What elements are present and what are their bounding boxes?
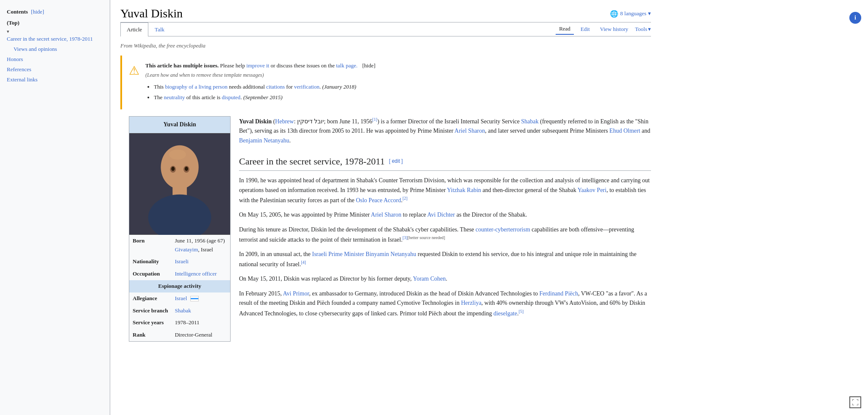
toc-link-career[interactable]: Career in the secret service, 1978-2011 <box>7 35 103 43</box>
person-name-bold: Yuval Diskin <box>239 118 272 125</box>
notice-box: ⚠ This article has multiple issues. Plea… <box>120 56 651 110</box>
yaakov-peri-link[interactable]: Yaakov Peri <box>578 187 606 193</box>
dieselgate-link[interactable]: dieselgate <box>493 310 517 316</box>
tab-view-history[interactable]: View history <box>597 24 632 34</box>
fullscreen-button[interactable] <box>849 396 861 408</box>
netanyahu-pm-link[interactable]: Israeli Prime Minister Binyamin Netanyah… <box>312 251 416 257</box>
infobox-title: Yuval Diskin <box>129 117 230 133</box>
notice-learn: (Learn how and when to remove these temp… <box>145 71 644 79</box>
ehud-olmert-link[interactable]: Ehud Olmert <box>609 128 640 134</box>
page-header: Yuval Diskin 🌐 8 languages ▾ <box>120 0 651 22</box>
oslo-peace-accord-link[interactable]: Oslo Peace Accord <box>356 197 401 203</box>
hide-button[interactable]: [hide] <box>31 8 44 15</box>
toc-link-views[interactable]: Views and opinions <box>14 45 103 53</box>
tab-tools[interactable]: Tools ▾ <box>635 26 651 33</box>
infobox-row-service-branch: Service branch Shabak <box>129 305 230 317</box>
cite-1[interactable]: [1] <box>373 117 378 122</box>
israeli-link[interactable]: Israeli <box>175 258 188 265</box>
section-edit-link[interactable]: [ edit ] <box>389 157 403 165</box>
service-branch-value: Shabak <box>171 305 230 317</box>
infobox-row-born: Born June 11, 1956 (age 67) Givatayim, I… <box>129 235 230 256</box>
israel-flag-icon <box>190 296 199 301</box>
avi-primor-link[interactable]: Avi Primor <box>283 290 309 297</box>
benjamin-netanyahu-link[interactable]: Benjamin Netanyahu <box>239 137 289 144</box>
born-value: June 11, 1956 (age 67) Givatayim, Israel <box>171 235 230 256</box>
language-selector[interactable]: 🌐 8 languages ▾ <box>610 10 651 18</box>
svg-point-7 <box>185 167 188 171</box>
infobox-section-row: Espionage activity <box>129 280 230 292</box>
hebrew-lang-link[interactable]: Hebrew <box>275 118 294 125</box>
bio-link[interactable]: biography of a living person <box>165 84 227 90</box>
fullscreen-icon <box>852 399 858 405</box>
article-body: From Wikipedia, the free encyclopedia ⚠ … <box>120 42 651 342</box>
ariel-sharon-link-2005[interactable]: Ariel Sharon <box>371 212 401 218</box>
born-label: Born <box>129 235 171 256</box>
yoram-cohen-link[interactable]: Yoram Cohen <box>413 276 446 282</box>
improve-link[interactable]: improve it <box>246 62 269 69</box>
warning-icon: ⚠ <box>129 61 139 81</box>
tools-label: Tools <box>635 26 647 33</box>
cite-4[interactable]: [4] <box>301 260 306 265</box>
shabak-link[interactable]: Shabak <box>175 307 191 314</box>
tab-talk[interactable]: Talk <box>148 22 171 36</box>
allegiance-label: Allegiance <box>129 292 171 305</box>
rank-value: Director-General <box>171 329 230 341</box>
service-branch-label: Service branch <box>129 305 171 317</box>
infobox-row-nationality: Nationality Israeli <box>129 256 230 268</box>
avi-dichter-link[interactable]: Avi Dichter <box>427 212 455 218</box>
toc-link-references[interactable]: References <box>7 65 103 74</box>
paragraph-2005: On May 15, 2005, he was appointed by Pri… <box>239 210 651 220</box>
collapse-arrow-icon[interactable]: ▾ <box>7 29 9 34</box>
toc-top-label: (Top) <box>7 19 19 26</box>
born-date: June 11, 1956 (age 67) <box>175 237 225 244</box>
infobox-row-allegiance: Allegiance Israel <box>129 292 230 305</box>
intelligence-officer-link[interactable]: Intelligence officer <box>175 270 217 277</box>
citations-link[interactable]: citations <box>266 84 285 90</box>
cite-5[interactable]: [5] <box>519 309 524 314</box>
section-career-heading: Career in the secret service, 1978-2011 … <box>239 154 651 171</box>
lang-count: 8 languages <box>620 10 646 17</box>
cite-3[interactable]: [3] <box>403 235 408 240</box>
cyberterrorism-link[interactable]: counter-cyberterrorism <box>476 226 530 233</box>
article-with-infobox: Yuval Diskin <box>120 116 651 342</box>
paragraph-2011: On May 15, 2011, Diskin was replaced as … <box>239 274 651 284</box>
notice-content: This article has multiple issues. Please… <box>145 61 644 104</box>
shabak-link-intro[interactable]: Shabak <box>521 118 539 125</box>
toc-item-external: External links <box>7 75 103 85</box>
tools-chevron-icon: ▾ <box>648 26 651 33</box>
paragraph-1990: In 1990, he was appointed head of depart… <box>239 176 651 205</box>
infobox-image <box>129 133 230 235</box>
givatayim-link[interactable]: Givatayim <box>175 246 198 253</box>
talk-page-link[interactable]: talk page. <box>336 62 358 69</box>
notice-hide-btn[interactable]: [hide] <box>362 62 376 69</box>
tab-article[interactable]: Article <box>120 22 148 36</box>
service-years-label: Service years <box>129 317 171 329</box>
disputed-link[interactable]: disputed <box>222 94 240 100</box>
ferdinand-piech-link[interactable]: Ferdinand Piëch <box>540 290 578 297</box>
infobox-row-occupation: Occupation Intelligence officer <box>129 268 230 280</box>
sidebar: Contents [hide] (Top) ▾ Career in the se… <box>0 0 110 415</box>
main-content: Yuval Diskin 🌐 8 languages ▾ Article Tal… <box>110 0 661 415</box>
tab-edit[interactable]: Edit <box>577 24 593 34</box>
toc-item-views: Views and opinions <box>7 44 103 54</box>
contents-label: Contents [hide] <box>7 8 103 15</box>
toc-link-honors[interactable]: Honors <box>7 55 103 64</box>
from-wikipedia: From Wikipedia, the free encyclopedia <box>120 42 651 50</box>
ariel-sharon-link-intro[interactable]: Ariel Sharon <box>454 128 485 134</box>
herzliya-link[interactable]: Herzliya <box>461 300 481 306</box>
toc-link-external[interactable]: External links <box>7 75 103 84</box>
notice-item-1: This biography of a living person needs … <box>154 83 644 92</box>
notice-learn-text: (Learn how and when to remove these temp… <box>145 72 264 78</box>
verification-link[interactable]: verification <box>294 84 320 90</box>
neutrality-link[interactable]: neutrality <box>164 94 185 100</box>
cite-2[interactable]: [2] <box>403 196 408 201</box>
yitzhak-rabin-link[interactable]: Yitzhak Rabin <box>447 187 481 193</box>
allegiance-value: Israel <box>171 292 230 305</box>
tab-read[interactable]: Read <box>556 24 574 35</box>
info-button[interactable]: i <box>849 12 861 24</box>
chevron-down-icon: ▾ <box>648 10 651 17</box>
tab-bar: Article Talk Read Edit View history Tool… <box>120 22 651 36</box>
espionage-header: Espionage activity <box>129 280 230 292</box>
occupation-label: Occupation <box>129 268 171 280</box>
israel-link[interactable]: Israel <box>175 295 187 301</box>
